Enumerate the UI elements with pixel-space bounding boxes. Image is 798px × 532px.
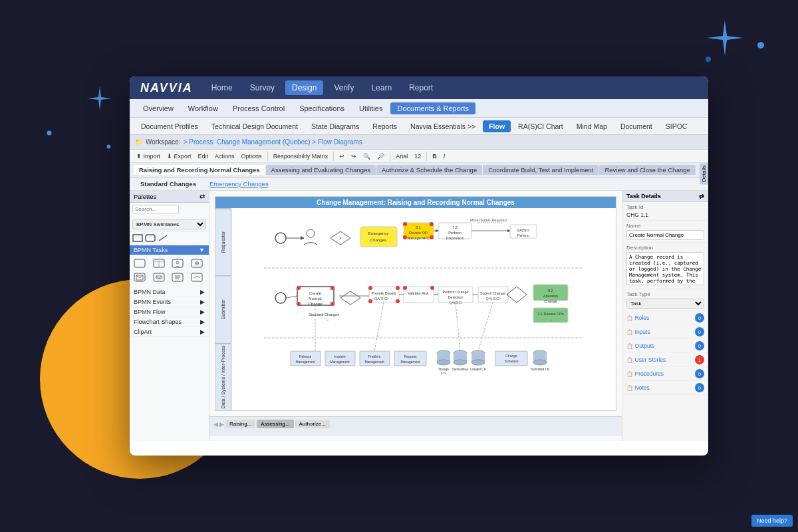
toolbar-import[interactable]: ⬆ Import — [134, 152, 163, 160]
task-attribute-inputs[interactable]: 📋 Inputs 0 — [622, 325, 708, 339]
task-attribute-notes[interactable]: 📋 Notes 0 — [622, 381, 708, 395]
third-nav-tech-design[interactable]: Technical Design Document — [205, 120, 304, 132]
scroll-tab-3[interactable]: Authorize... — [295, 420, 330, 428]
palette-toggle-icon[interactable]: ⇄ — [200, 193, 205, 200]
toolbar-responsibility[interactable]: Responsibility Matrix — [271, 152, 331, 160]
shape-line[interactable] — [158, 234, 168, 242]
svg-point-15 — [196, 263, 198, 264]
task-attribute-procedures[interactable]: 📋 Procedures 0 — [622, 367, 708, 381]
shape-grid-task[interactable] — [152, 257, 166, 269]
palette-flow-section[interactable]: BPMN Flow▶ — [130, 307, 209, 317]
third-nav-doc-profiles[interactable]: Document Profiles — [135, 120, 204, 132]
svg-point-102 — [471, 360, 485, 365]
toolbar-icon-zoom-in[interactable]: 🔍 — [360, 152, 373, 160]
shape-receive-task[interactable] — [152, 271, 166, 283]
top-nav: NAVVIA Home Survey Design Verify Learn R… — [130, 76, 708, 99]
svg-text:Create: Create — [309, 291, 322, 295]
palette-clipart-section[interactable]: ClipArt▶ — [130, 327, 209, 337]
diagram-tab-2[interactable]: Assessing and Evaluating Changes — [266, 165, 376, 175]
canvas-scroll-area[interactable]: ◀ ▶ Raising... Assessing... Authorize... — [209, 416, 622, 436]
svg-text:Submitted CR: Submitted CR — [531, 368, 550, 371]
svg-text:Problem: Problem — [368, 354, 381, 358]
task-attribute-user-stories[interactable]: 📋 User Stories 1 — [622, 353, 708, 367]
toolbar-separator4 — [426, 152, 427, 161]
toolbar-icon-undo[interactable]: ↩ — [336, 152, 347, 160]
nav-item-design[interactable]: Design — [285, 80, 323, 95]
second-nav-docs-reports[interactable]: Documents & Reports — [390, 102, 475, 114]
third-nav-mind-map[interactable]: Mind Map — [571, 120, 613, 132]
shape-plain-task[interactable] — [132, 257, 147, 269]
nav-item-verify[interactable]: Verify — [327, 80, 360, 95]
second-nav-overview[interactable]: Overview — [136, 102, 180, 114]
task-attribute-outputs[interactable]: 📋 Outputs 0 — [622, 339, 708, 353]
third-nav-state-diagrams[interactable]: State Diagrams — [305, 120, 365, 132]
task-panel-header: Task Details ⇄ — [622, 191, 708, 202]
diagram-canvas[interactable]: Change Management: Raising and Recording… — [209, 191, 622, 441]
svg-text:Standard Changes: Standard Changes — [309, 313, 339, 317]
svg-text:Change: Change — [544, 299, 557, 303]
shape-rect[interactable] — [132, 234, 143, 242]
svg-text:Schedule: Schedule — [505, 359, 519, 363]
palette-search-input[interactable] — [132, 205, 179, 213]
svg-text:Management: Management — [330, 360, 350, 364]
need-help-button[interactable]: Need help? — [751, 515, 793, 527]
third-nav-document[interactable]: Document — [614, 120, 658, 132]
svg-text:QA(S)CI →: QA(S)CI → — [374, 297, 393, 301]
diagram-tab-5[interactable]: Review and Close the Change — [599, 165, 695, 175]
palette-header[interactable]: Palettes ⇄ — [130, 191, 209, 203]
task-name-input[interactable] — [626, 230, 704, 240]
task-type-select[interactable]: Task — [626, 299, 704, 309]
nav-item-learn[interactable]: Learn — [364, 80, 398, 95]
third-nav-reports[interactable]: Reports — [366, 120, 403, 132]
toolbar-bold[interactable]: B — [430, 152, 440, 160]
shape-service-task[interactable] — [190, 257, 204, 269]
workspace-label: Workspace: — [146, 138, 181, 146]
toolbar-icon-zoom-out[interactable]: 🔎 — [374, 152, 387, 160]
palette-tasks-header[interactable]: BPMN Tasks ▼ — [130, 245, 209, 255]
svg-rect-4 — [133, 235, 142, 241]
palette-data-section[interactable]: BPMN Data▶ — [130, 287, 209, 297]
diagram-tab-4[interactable]: Coordinate Build, Test and Implement — [483, 165, 598, 175]
palette-shapes-grid — [130, 255, 209, 286]
toolbar-icon-redo[interactable]: ↪ — [348, 152, 359, 160]
nav-item-home[interactable]: Home — [205, 80, 239, 95]
second-nav-workflow[interactable]: Workflow — [182, 102, 225, 114]
third-nav-flow[interactable]: Flow — [483, 120, 511, 132]
scroll-tab-1[interactable]: Raising... — [225, 420, 255, 428]
task-panel-toggle[interactable]: ⇄ — [699, 193, 704, 200]
shape-rounded-rect[interactable] — [145, 234, 156, 242]
task-type-field: Task Type Task — [622, 289, 708, 311]
sub-tab-emergency[interactable]: Emergency Changes — [204, 179, 274, 189]
second-nav-specifications[interactable]: Specifications — [293, 102, 351, 114]
third-nav-sipoc[interactable]: SIPOC — [660, 120, 694, 132]
svg-text:Normal: Normal — [309, 297, 321, 301]
svg-line-6 — [159, 235, 167, 241]
toolbar-italic[interactable]: I — [441, 152, 448, 160]
second-nav-utilities[interactable]: Utilities — [352, 102, 389, 114]
palette-swimlanes-dropdown[interactable]: BPMN Swimlanes — [132, 219, 206, 229]
toolbar-actions[interactable]: Actions — [212, 152, 237, 160]
shape-send-task[interactable] — [132, 271, 147, 283]
third-nav-navvia-essentials[interactable]: Navvia Essentials >> — [404, 120, 481, 132]
third-nav-rasci[interactable]: RA(S)CI Chart — [512, 120, 569, 132]
nav-item-report[interactable]: Report — [402, 80, 440, 95]
nav-item-survey[interactable]: Survey — [243, 80, 281, 95]
shape-script-task[interactable] — [170, 271, 185, 283]
diagram-tab-3[interactable]: Authorize & Schedule the Change — [376, 165, 482, 175]
diagram-tab-1[interactable]: Raising and Recording Normal Changes — [134, 165, 265, 175]
task-attribute-roles[interactable]: 📋 Roles 0 — [622, 311, 708, 325]
second-nav-process-control[interactable]: Process Control — [226, 102, 291, 114]
toolbar-options[interactable]: Options — [239, 152, 265, 160]
toolbar-edit[interactable]: Edit — [196, 152, 211, 160]
sub-tab-standard[interactable]: Standard Changes — [135, 179, 201, 189]
palette-events-section[interactable]: BPMN Events▶ — [130, 297, 209, 307]
flow-diagram-svg: × Emergency Changes 2.1 Review OR Manage… — [231, 208, 616, 408]
task-description-input[interactable]: A Change record is created (i.e., captur… — [626, 252, 704, 285]
palette-flowchart-section[interactable]: Flowchart Shapes▶ — [130, 317, 209, 327]
shape-user-task[interactable] — [170, 257, 185, 269]
svg-text:QA(S)CI: QA(S)CI — [517, 228, 530, 232]
scroll-tab-2[interactable]: Assessing... — [257, 420, 293, 428]
svg-text:Release: Release — [299, 354, 312, 358]
toolbar-export[interactable]: ⬇ Export — [164, 152, 194, 160]
shape-manual-task[interactable] — [190, 271, 204, 283]
